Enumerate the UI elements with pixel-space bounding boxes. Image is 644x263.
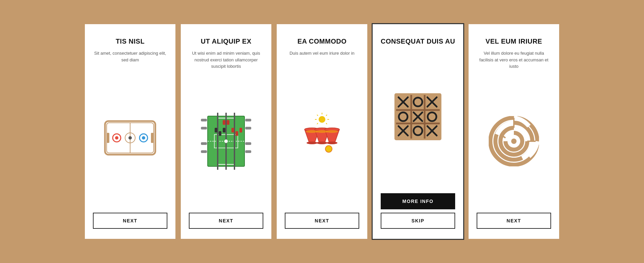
svg-rect-30 <box>201 127 207 129</box>
card-4-buttons: MORE INFO SKIP <box>381 193 455 229</box>
svg-line-51 <box>317 115 318 116</box>
svg-point-78 <box>511 139 517 144</box>
svg-point-9 <box>142 136 145 140</box>
card-1-desc: Sit amet, consectetuer adipiscing elit, … <box>93 50 167 63</box>
maze-icon <box>489 116 539 166</box>
card-4-icon <box>393 50 443 183</box>
svg-rect-34 <box>245 127 251 129</box>
card-4-more-info-button[interactable]: MORE INFO <box>381 193 455 209</box>
svg-point-7 <box>115 136 118 140</box>
svg-rect-32 <box>201 150 207 153</box>
card-2-buttons: NEXT <box>189 213 263 229</box>
card-1-buttons: NEXT <box>93 213 167 229</box>
card-2-desc: Ut wisi enim ad minim veniam, quis nostr… <box>189 50 263 70</box>
card-2-icon <box>201 80 251 203</box>
card-5-desc: Vel illum dolore eu feugiat nulla facili… <box>477 50 551 70</box>
svg-rect-31 <box>201 142 207 145</box>
card-5-buttons: NEXT <box>477 213 551 229</box>
svg-rect-25 <box>235 131 238 136</box>
card-ea-commodo: EA COMMODO Duis autem vel eum iriure dol… <box>277 24 367 239</box>
card-3-icon <box>299 67 345 203</box>
svg-rect-35 <box>245 142 251 145</box>
card-5-title: VEL EUM IRIURE <box>486 38 542 45</box>
beerpong-icon <box>299 113 345 156</box>
card-tis-nisl: TIS NISL Sit amet, consectetuer adipisci… <box>85 24 175 239</box>
svg-point-41 <box>317 142 327 144</box>
svg-point-42 <box>327 142 337 144</box>
card-3-buttons: NEXT <box>285 213 359 229</box>
svg-point-45 <box>326 130 338 133</box>
card-1-next-button[interactable]: NEXT <box>93 213 167 229</box>
card-5-icon <box>489 80 539 203</box>
svg-rect-24 <box>231 128 234 133</box>
svg-rect-4 <box>107 133 109 143</box>
card-ut-aliquip: UT ALIQUIP EX Ut wisi enim ad minim veni… <box>181 24 271 239</box>
card-5-next-button[interactable]: NEXT <box>477 213 551 229</box>
card-2-title: UT ALIQUIP EX <box>201 38 252 45</box>
card-1-title: TIS NISL <box>116 38 145 45</box>
svg-rect-21 <box>219 131 221 136</box>
svg-line-48 <box>326 115 327 116</box>
card-vel-eum: VEL EUM IRIURE Vel illum dolore eu feugi… <box>469 24 559 239</box>
svg-point-46 <box>319 116 325 123</box>
svg-rect-36 <box>245 150 251 153</box>
svg-line-53 <box>317 123 318 124</box>
card-consequat: CONSEQUAT DUIS AU <box>373 24 463 239</box>
svg-point-54 <box>325 146 332 152</box>
svg-rect-20 <box>215 128 217 133</box>
svg-point-28 <box>224 140 228 143</box>
card-3-desc: Duis autem vel eum iriure dolor in <box>289 50 355 57</box>
svg-point-10 <box>128 136 132 140</box>
svg-rect-22 <box>223 128 225 133</box>
svg-point-40 <box>307 142 317 144</box>
svg-rect-26 <box>239 128 242 133</box>
card-3-title: EA COMMODO <box>298 38 346 45</box>
svg-rect-29 <box>201 119 207 121</box>
svg-rect-18 <box>227 120 229 125</box>
card-4-title: CONSEQUAT DUIS AU <box>381 38 455 45</box>
tictactoe-icon <box>393 92 443 142</box>
card-3-next-button[interactable]: NEXT <box>285 213 359 229</box>
cards-container: TIS NISL Sit amet, consectetuer adipisci… <box>85 24 559 239</box>
svg-line-50 <box>326 123 327 124</box>
card-4-skip-button[interactable]: SKIP <box>381 213 455 229</box>
airhockey-icon <box>103 118 157 158</box>
foosball-icon <box>201 113 251 170</box>
svg-rect-5 <box>151 133 154 143</box>
card-1-icon <box>103 73 157 203</box>
svg-rect-33 <box>245 119 251 121</box>
card-2-next-button[interactable]: NEXT <box>189 213 263 229</box>
svg-rect-17 <box>223 120 225 125</box>
